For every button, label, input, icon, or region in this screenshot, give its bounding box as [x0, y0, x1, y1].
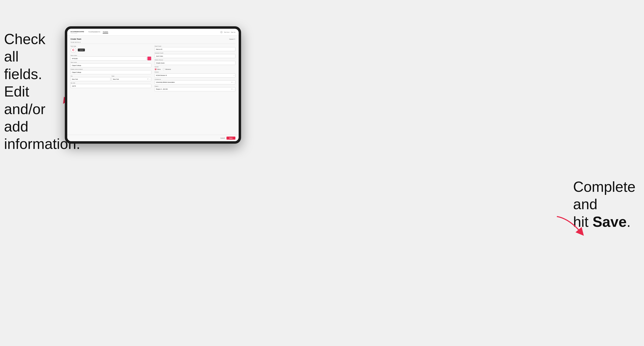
header-cancel-label: Cancel: [229, 38, 234, 40]
state-label: State: [112, 75, 152, 77]
region-clear-icon[interactable]: ✕: [231, 88, 232, 90]
conference-select-wrapper: University Athletic Association ✕ ⌄: [154, 80, 236, 84]
app-logo: SCOREBOARD Powered by clippd: [70, 31, 84, 34]
logo-area: C Upload: [70, 47, 151, 53]
display-name-group: Display name (unique): [70, 69, 151, 74]
team-name-group: Team name: [70, 62, 151, 67]
user-avatar: [220, 31, 223, 33]
zipcode-input[interactable]: [70, 84, 151, 88]
gender-mens-radio[interactable]: [154, 68, 156, 70]
annotation-left-line2: Edit and/or add: [4, 83, 46, 135]
assistant-coach-group: Assistant Coach: [154, 52, 236, 58]
header-cancel-button[interactable]: Cancel ✕: [229, 38, 236, 40]
signout-link[interactable]: Sign out: [231, 31, 236, 33]
logo-sub: Powered by clippd: [70, 32, 84, 34]
gender-womens-label: Womens: [165, 69, 171, 70]
form-footer: Cancel Save: [67, 135, 239, 141]
upload-label: Upload: [80, 49, 83, 51]
head-coach-input[interactable]: [154, 47, 236, 51]
team-logo-letter: C: [72, 48, 74, 52]
footer-cancel-button[interactable]: Cancel: [220, 137, 225, 139]
navbar: SCOREBOARD Powered by clippd TOURNAMENTS…: [67, 29, 239, 36]
athletic-director-input[interactable]: [154, 61, 236, 65]
head-coach-group: Head Coach: [154, 45, 236, 51]
region-select-wrapper: Region II - (M) DIII ✕ ⌄: [154, 87, 236, 91]
state-group: State New York ✕ ⌄: [112, 75, 152, 81]
team-logo-label: Team logo: [70, 45, 151, 47]
athletic-director-label: Athletic Director: [154, 59, 236, 60]
team-logo-group: Team logo C Upload: [70, 45, 151, 54]
color-input-group: [70, 56, 151, 60]
right-column: Head Coach Assistant Coach Athletic Dire…: [154, 45, 236, 91]
zipcode-group: Zip code: [70, 82, 151, 88]
conference-select[interactable]: University Athletic Association: [154, 80, 236, 84]
arrow-right-icon: [553, 214, 589, 239]
conference-label: Conference: [154, 79, 236, 80]
region-group: Region Region II - (M) DIII ✕ ⌄: [154, 86, 236, 91]
gender-mens-label: Mens: [157, 69, 161, 70]
gender-group: Gender Mens Womens: [154, 66, 236, 70]
region-label: Region: [154, 86, 236, 87]
form-grid: Team logo C Upload Team colour: [70, 45, 236, 91]
save-button[interactable]: Save: [226, 137, 236, 140]
state-select[interactable]: New York: [112, 77, 152, 81]
zipcode-label: Zip code: [70, 82, 151, 84]
team-colour-label: Team colour: [70, 55, 151, 56]
display-name-input[interactable]: [70, 70, 151, 74]
team-colour-group: Team colour: [70, 55, 151, 60]
navbar-nav: TOURNAMENTS TEAMS: [88, 31, 220, 33]
athletic-director-group: Athletic Director: [154, 59, 236, 65]
city-state-row: City State New York ✕ ⌄: [70, 75, 151, 81]
division-label: Division: [154, 71, 236, 73]
color-swatch[interactable]: [147, 56, 151, 60]
upload-button[interactable]: Upload: [78, 49, 85, 51]
annotation-right-line1: Complete and: [573, 179, 636, 212]
assistant-coach-input[interactable]: [154, 54, 236, 58]
city-state-section: City State New York ✕ ⌄: [70, 75, 151, 81]
form-title: Create Team: [70, 38, 81, 40]
state-clear-icon[interactable]: ✕: [147, 78, 148, 80]
annotation-right-bold: Save: [592, 214, 626, 230]
annotation-left-line1: Check all fields.: [4, 31, 46, 82]
head-coach-label: Head Coach: [154, 45, 236, 47]
gender-womens-option[interactable]: Womens: [163, 68, 171, 70]
gender-mens-option[interactable]: Mens: [154, 68, 161, 70]
main-content: Create Team Cancel ✕ TEAM DETAILS Team l…: [67, 36, 239, 135]
state-select-wrapper: New York ✕ ⌄: [112, 77, 152, 81]
team-name-input[interactable]: [70, 63, 151, 67]
conference-group: Conference University Athletic Associati…: [154, 79, 236, 84]
navbar-user: Test User | Sign out: [220, 31, 236, 33]
form-header: Create Team Cancel ✕: [70, 38, 236, 40]
user-name: Test User |: [224, 31, 230, 33]
team-logo-circle: C: [70, 47, 76, 53]
gender-womens-radio[interactable]: [163, 68, 165, 70]
nav-item-tournaments[interactable]: TOURNAMENTS: [88, 31, 100, 33]
close-icon: ✕: [234, 38, 236, 40]
gender-label: Gender: [154, 66, 236, 67]
team-name-label: Team name: [70, 62, 151, 63]
section-label: TEAM DETAILS: [70, 42, 236, 44]
annotation-right-end: .: [626, 214, 631, 230]
team-colour-input[interactable]: [70, 56, 146, 60]
display-name-label: Display name (unique): [70, 69, 151, 70]
logo-text: SCOREBOARD: [70, 31, 84, 32]
nav-item-teams[interactable]: TEAMS: [103, 31, 108, 33]
city-group: City: [70, 75, 110, 81]
gender-radio-group: Mens Womens: [154, 68, 236, 70]
city-label: City: [70, 75, 110, 77]
city-input[interactable]: [70, 77, 110, 81]
conference-clear-icon[interactable]: ✕: [231, 82, 232, 83]
division-group: Division NCAA Division III ⌄: [154, 71, 236, 77]
tablet-screen: SCOREBOARD Powered by clippd TOURNAMENTS…: [67, 29, 239, 141]
region-select[interactable]: Region II - (M) DIII: [154, 87, 236, 91]
annotation-left: Check all fields. Edit and/or add inform…: [4, 30, 61, 153]
tablet-frame: SCOREBOARD Powered by clippd TOURNAMENTS…: [65, 26, 241, 144]
left-column: Team logo C Upload Team colour: [70, 45, 151, 91]
division-select[interactable]: NCAA Division III: [154, 73, 236, 77]
division-select-wrapper: NCAA Division III ⌄: [154, 73, 236, 77]
assistant-coach-label: Assistant Coach: [154, 52, 236, 54]
